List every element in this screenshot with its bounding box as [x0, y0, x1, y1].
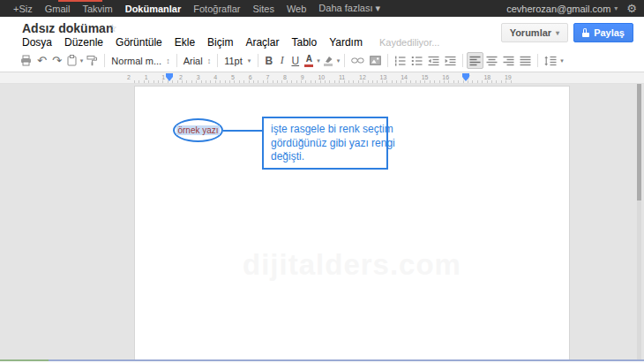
paint-format-button[interactable] [84, 52, 101, 69]
annotation-ellipse: örnek yazı [173, 118, 223, 142]
highlight-color-swatch [324, 64, 333, 66]
ruler-numbers: 2 1 1 2 3 4 5 6 7 8 9 10 11 12 13 14 15 … [127, 73, 512, 81]
header-buttons: Yorumlar ▾ Paylaş [501, 23, 633, 42]
topbar-item-documents[interactable]: Dokümanlar [119, 4, 188, 14]
gear-icon[interactable]: ⚙ [626, 3, 637, 14]
numbered-list-button[interactable] [392, 52, 408, 69]
redo-icon: ↷ [52, 55, 62, 66]
align-justify-button[interactable] [517, 52, 534, 69]
document-title[interactable]: Adsız doküman [22, 21, 113, 35]
doc-header: Adsız doküman ☆ Yorumlar ▾ Paylaş Dosya … [0, 17, 644, 49]
font-family-dropdown[interactable]: Arial ↕ [181, 52, 214, 69]
toolbar-separator [176, 54, 177, 67]
menu-format[interactable]: Biçim [201, 36, 239, 49]
chevron-down-icon: ▾ [614, 4, 618, 12]
account-email: cevherozan@gmail.com [506, 4, 610, 14]
menu-help[interactable]: Yardım [323, 36, 369, 49]
ruler-number: 2 [127, 73, 131, 81]
menu-bar: Dosya Düzenle Görüntüle Ekle Biçim Araçl… [22, 36, 439, 49]
topbar-item-more[interactable]: Daha fazlası ▾ [312, 3, 386, 14]
topbar-item-calendar[interactable]: Takvim [76, 4, 118, 14]
toolbar-separator [217, 54, 218, 67]
text-color-button[interactable]: A [302, 52, 316, 69]
bullet-list-button[interactable] [408, 52, 425, 69]
paragraph-style-dropdown[interactable]: Normal m... ↕ [109, 52, 172, 69]
ruler-number: 1 [161, 73, 165, 81]
active-service-indicator [58, 0, 102, 2]
menu-edit[interactable]: Düzenle [58, 36, 109, 49]
share-button[interactable]: Paylaş [573, 23, 633, 42]
outdent-button[interactable] [425, 52, 442, 69]
topbar-item-gmail[interactable]: Gmail [39, 4, 77, 14]
paragraph-style-value: Normal m... [111, 56, 161, 66]
font-size-dropdown[interactable]: 11pt ▾ [221, 52, 254, 69]
ruler-number: 10 [318, 73, 325, 81]
line-spacing-icon [544, 56, 557, 66]
underline-button[interactable]: U [288, 52, 302, 69]
ruler-number: 15 [422, 73, 429, 81]
toolbar-separator [104, 54, 105, 67]
text-color-label: A [306, 55, 312, 64]
align-center-button[interactable] [483, 52, 500, 69]
toolbar-separator [537, 54, 538, 67]
comments-button-label: Yorumlar [510, 27, 551, 38]
image-icon [370, 56, 381, 65]
vertical-scrollbar[interactable] [637, 84, 641, 363]
lock-icon [582, 28, 589, 37]
ruler-number: 9 [301, 73, 304, 81]
font-family-value: Arial [183, 56, 203, 66]
underline-label: U [291, 55, 299, 67]
ruler-number: 5 [231, 73, 235, 81]
topbar-item-plus-you[interactable]: +Siz [7, 4, 39, 14]
undo-icon: ↶ [37, 55, 47, 66]
align-left-button[interactable] [467, 52, 483, 69]
text-color-swatch [304, 64, 313, 67]
ruler-number: 12 [359, 73, 366, 81]
print-button[interactable] [18, 52, 34, 69]
ruler-number: 11 [339, 73, 345, 81]
topbar-item-web[interactable]: Web [281, 4, 312, 14]
menu-file[interactable]: Dosya [22, 36, 58, 49]
web-clipboard-button[interactable] [64, 52, 79, 69]
paint-roller-icon [86, 55, 98, 66]
updown-arrow-icon: ↕ [207, 57, 212, 65]
menu-table[interactable]: Tablo [285, 36, 323, 49]
topbar-item-sites[interactable]: Sites [246, 4, 280, 14]
ruler-number: 1 [145, 73, 148, 81]
selected-text: örnek yazı [176, 125, 219, 135]
topbar-item-photos[interactable]: Fotoğraflar [187, 4, 246, 14]
redo-button[interactable]: ↷ [49, 52, 64, 69]
font-size-value: 11pt [224, 56, 243, 66]
star-icon[interactable]: ☆ [108, 22, 117, 34]
line-spacing-button[interactable] [542, 52, 559, 69]
callout-text-line: işte rasgele bi renk seçtim [271, 123, 379, 137]
align-right-button[interactable] [500, 52, 517, 69]
menu-view[interactable]: Görüntüle [109, 36, 168, 49]
comments-button[interactable]: Yorumlar ▾ [501, 23, 569, 42]
google-bar: +Siz Gmail Takvim Dokümanlar Fotoğraflar… [0, 0, 644, 17]
toolbar: ↶ ↷ ▾ Normal m... ↕ Arial ↕ 1 [0, 49, 644, 72]
insert-link-button[interactable] [348, 52, 367, 69]
insert-image-button[interactable] [367, 52, 384, 69]
undo-button[interactable]: ↶ [34, 52, 49, 69]
indent-button[interactable] [442, 52, 459, 69]
annotation-connector-line [223, 130, 262, 132]
ruler-number: 19 [505, 73, 512, 81]
menu-insert[interactable]: Ekle [168, 36, 201, 49]
toolbar-separator [258, 54, 258, 67]
menu-tools[interactable]: Araçlar [239, 36, 285, 49]
callout-text-line: değişti. [271, 150, 379, 164]
highlight-color-button[interactable] [321, 52, 336, 69]
chevron-down-icon[interactable]: ▾ [559, 57, 565, 64]
updown-arrow-icon: ↕ [166, 57, 170, 65]
bold-label: B [265, 55, 273, 67]
google-docs-window: +Siz Gmail Takvim Dokümanlar Fotoğraflar… [0, 0, 644, 363]
ruler-number: 7 [266, 73, 269, 81]
italic-button[interactable]: I [275, 52, 288, 69]
scrollbar-thumb[interactable] [637, 84, 641, 200]
annotation-callout-box: işte rasgele bi renk seçtim gördüğünüz g… [262, 117, 388, 170]
ruler-number: 16 [442, 73, 449, 81]
chevron-down-icon[interactable]: ▾ [336, 57, 341, 64]
bold-button[interactable]: B [262, 52, 275, 69]
account-menu[interactable]: cevherozan@gmail.com ▾ [506, 4, 618, 14]
